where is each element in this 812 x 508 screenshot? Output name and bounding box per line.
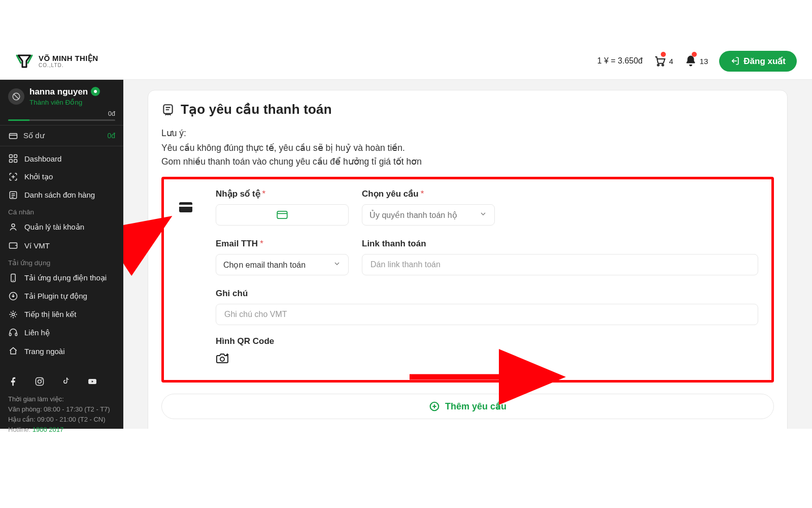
- youtube-icon[interactable]: [87, 376, 97, 388]
- sidebar-item-label: Liên hệ: [24, 328, 50, 337]
- instagram-icon[interactable]: [35, 376, 45, 388]
- sidebar-item-create[interactable]: Khởi tạo: [0, 168, 123, 186]
- main-content: Tạo yêu cầu thanh toán Lưu ý: Yêu cầu kh…: [123, 80, 812, 429]
- request-type-label: Chọn yêu cầu*: [362, 188, 495, 199]
- svg-point-13: [12, 313, 15, 316]
- share-icon: [8, 309, 18, 320]
- sidebar-item-wallet[interactable]: Ví VMT: [0, 236, 123, 255]
- user-icon: [8, 222, 18, 232]
- sidebar-item-label: Tải ứng dụng điện thoại: [24, 273, 107, 282]
- sidebar-item-label: Ví VMT: [24, 241, 50, 250]
- sidebar-item-label: Quản lý tài khoản: [24, 223, 84, 232]
- sidebar: hanna nguyen Thành viên Đồng 0đ Số dư 0đ: [0, 80, 123, 429]
- svg-rect-6: [10, 160, 13, 163]
- phone-icon: [8, 273, 18, 283]
- sidebar-item-account[interactable]: Quản lý tài khoản: [0, 218, 123, 236]
- balance-amount: 0đ: [107, 132, 115, 140]
- request-type-select[interactable]: Ủy quyền thanh toán hộ: [362, 204, 495, 226]
- amount-input[interactable]: [216, 204, 349, 226]
- svg-rect-3: [10, 134, 17, 139]
- qr-upload-button[interactable]: [216, 352, 230, 365]
- email-label: Email TTH*: [216, 239, 349, 249]
- sidebar-item-orders[interactable]: Danh sách đơn hàng: [0, 186, 123, 204]
- amount-label: Nhập số tệ*: [216, 188, 349, 199]
- notif-count: 13: [700, 57, 708, 66]
- balance-label: Số dư: [23, 131, 45, 140]
- svg-rect-7: [14, 160, 17, 163]
- sidebar-item-affiliate[interactable]: Tiếp thị liên kết: [0, 305, 123, 324]
- payment-request-card: Tạo yêu cầu thanh toán Lưu ý: Yêu cầu kh…: [148, 90, 788, 429]
- sidebar-item-label: Tải Plugin tự động: [24, 292, 87, 301]
- home-icon: [8, 346, 18, 356]
- sidebar-footer: Thời gian làm việc: Văn phòng: 08:00 - 1…: [0, 393, 123, 443]
- svg-rect-20: [163, 105, 172, 113]
- camera-plus-icon: [216, 352, 230, 365]
- notifications-button[interactable]: 13: [685, 55, 708, 67]
- note-input[interactable]: [216, 304, 758, 325]
- sidebar-item-external[interactable]: Trang ngoài: [0, 342, 123, 360]
- svg-rect-4: [10, 155, 13, 158]
- sidebar-item-mobile-app[interactable]: Tải ứng dụng điện thoại: [0, 269, 123, 287]
- page-title: Tạo yêu cầu thanh toán: [181, 102, 332, 117]
- svg-rect-15: [15, 333, 17, 336]
- svg-point-1: [662, 64, 664, 66]
- sidebar-item-label: Tiếp thị liên kết: [24, 310, 76, 319]
- logout-button[interactable]: Đăng xuất: [719, 51, 797, 72]
- svg-point-24: [220, 357, 224, 361]
- note-label: Ghi chú: [216, 289, 758, 299]
- add-request-button[interactable]: Thêm yêu cầu: [161, 394, 774, 419]
- svg-point-18: [42, 378, 43, 379]
- sidebar-section-download: Tải ứng dụng: [0, 255, 123, 269]
- sidebar-item-label: Trang ngoài: [24, 347, 65, 356]
- cart-count: 4: [669, 57, 673, 66]
- cart-button[interactable]: 4: [654, 55, 673, 67]
- sidebar-item-contact[interactable]: Liên hệ: [0, 324, 123, 342]
- sidebar-item-label: Khởi tạo: [24, 172, 53, 181]
- link-label: Link thanh toán: [362, 239, 758, 249]
- svg-rect-23: [277, 211, 287, 218]
- sidebar-section-personal: Cá nhân: [0, 204, 123, 218]
- svg-rect-21: [179, 202, 192, 212]
- qr-label: Hình QR Code: [216, 336, 758, 346]
- brand-logo[interactable]: VÕ MINH THIỆN CO.,LTD.: [15, 52, 98, 70]
- card-outline-icon: [277, 211, 288, 219]
- verified-icon: [91, 87, 100, 96]
- balance-row[interactable]: Số dư 0đ: [0, 125, 123, 146]
- plus-circle-icon: [429, 401, 440, 412]
- email-select[interactable]: Chọn email thanh toán: [216, 254, 349, 275]
- svg-point-17: [38, 380, 42, 384]
- receipt-icon: [161, 103, 175, 116]
- exchange-rate: 1 ¥ = 3.650đ: [597, 56, 642, 66]
- user-tier: Thành viên Đồng: [29, 98, 100, 106]
- note-block: Lưu ý: Yêu cầu không đúng thực tế, yêu c…: [161, 126, 774, 169]
- brand-text: VÕ MINH THIỆN CO.,LTD.: [39, 54, 98, 68]
- facebook-icon[interactable]: [8, 376, 18, 388]
- balance-small: 0đ: [8, 110, 115, 117]
- user-name: hanna nguyen: [29, 87, 88, 96]
- hotline-link[interactable]: 1900 2017: [32, 426, 63, 433]
- svg-rect-5: [14, 155, 17, 158]
- card-icon: [179, 188, 192, 226]
- chevron-down-icon: [333, 260, 341, 270]
- user-block: hanna nguyen Thành viên Đồng 0đ: [0, 80, 123, 125]
- scan-icon: [8, 172, 18, 182]
- svg-point-9: [12, 224, 15, 227]
- grid-icon: [8, 153, 18, 164]
- topbar: VÕ MINH THIỆN CO.,LTD. 1 ¥ = 3.650đ 4 13…: [0, 43, 812, 79]
- tier-progress: [8, 119, 115, 121]
- social-links: [0, 373, 123, 393]
- svg-point-0: [658, 64, 659, 66]
- headset-icon: [8, 328, 18, 338]
- sidebar-item-dashboard[interactable]: Dashboard: [0, 149, 123, 168]
- avatar[interactable]: [8, 88, 24, 105]
- wallet-icon: [8, 131, 18, 141]
- wallet-icon: [8, 240, 18, 250]
- sidebar-item-plugin[interactable]: Tải Plugin tự động: [0, 287, 123, 305]
- download-icon: [8, 291, 18, 301]
- list-icon: [8, 190, 18, 200]
- tiktok-icon[interactable]: [61, 376, 71, 388]
- link-input[interactable]: [362, 254, 758, 275]
- chevron-down-icon: [479, 210, 487, 220]
- sidebar-item-label: Dashboard: [24, 154, 61, 163]
- notif-badge-dot: [692, 52, 697, 57]
